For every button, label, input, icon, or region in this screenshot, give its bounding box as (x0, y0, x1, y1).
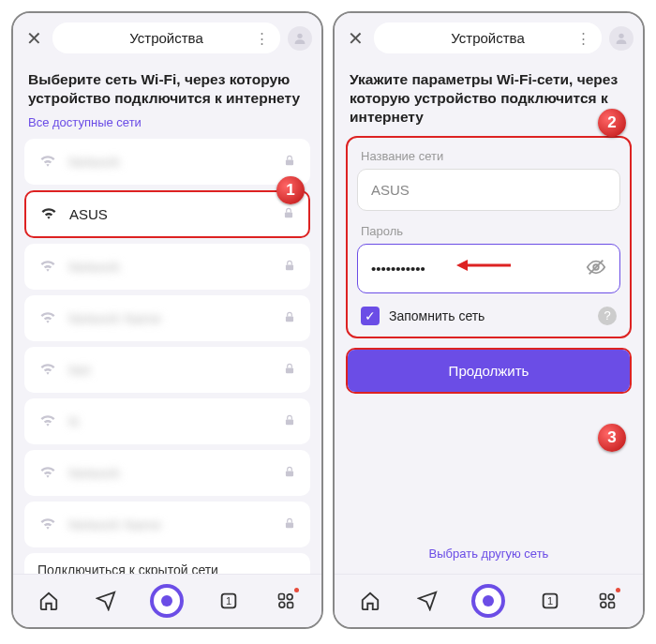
badge-3: 3 (598, 424, 626, 452)
avatar[interactable] (288, 26, 312, 51)
eye-off-icon[interactable] (586, 257, 606, 280)
continue-button[interactable]: Продолжить (348, 350, 630, 392)
network-name: Net (68, 362, 272, 378)
wifi-icon (38, 256, 57, 277)
badge-1: 1 (276, 176, 305, 204)
svg-point-12 (279, 602, 285, 607)
network-name-input[interactable]: ASUS (357, 169, 620, 211)
svg-point-0 (297, 33, 302, 37)
avatar[interactable] (609, 26, 634, 51)
svg-point-11 (287, 594, 292, 600)
lock-icon (282, 206, 295, 222)
network-item[interactable]: Network (24, 244, 310, 290)
lock-icon (283, 362, 296, 378)
home-icon[interactable] (358, 589, 382, 613)
network-item[interactable]: N (24, 398, 310, 444)
network-name: Network Name (68, 310, 272, 326)
svg-rect-10 (278, 594, 284, 600)
lock-icon (283, 259, 296, 275)
svg-rect-13 (287, 603, 292, 608)
bottom-nav: 1 (335, 574, 643, 627)
tabs-icon[interactable]: 1 (538, 589, 562, 613)
remember-row: ✓ Запомнить сеть ? (361, 307, 617, 325)
network-item[interactable]: ASUS (24, 190, 310, 238)
wifi-icon (38, 514, 57, 535)
svg-marker-16 (456, 260, 468, 271)
network-item[interactable]: Net (24, 347, 310, 393)
remember-checkbox[interactable]: ✓ (361, 307, 380, 325)
svg-rect-3 (286, 265, 293, 271)
network-name: Network (68, 154, 272, 170)
home-icon[interactable] (37, 589, 61, 613)
continue-wrap: Продолжить (346, 348, 632, 394)
network-list: NetworkASUSNetworkNetwork NameNetNNetwor… (24, 139, 310, 547)
wifi-icon (38, 462, 57, 484)
more-icon[interactable]: ⋮ (255, 30, 269, 47)
svg-point-22 (601, 602, 606, 607)
topbar: ✕ Устройства⋮ (335, 13, 643, 59)
network-item[interactable]: Network (24, 450, 310, 496)
svg-point-21 (608, 594, 614, 600)
svg-rect-20 (600, 594, 605, 600)
page-title: Устройства⋮ (374, 22, 602, 53)
heading: Укажите параметры Wi-Fi-сети, через кото… (350, 70, 628, 127)
topbar: ✕ Устройства⋮ (13, 13, 321, 59)
page-title: Устройства⋮ (52, 22, 280, 53)
svg-rect-1 (286, 160, 293, 166)
svg-rect-2 (285, 213, 292, 218)
network-name: Network (68, 465, 272, 481)
lock-icon (283, 413, 296, 429)
apps-icon[interactable] (274, 589, 298, 613)
wifi-icon (38, 151, 57, 172)
name-label: Название сети (361, 149, 617, 163)
lock-icon (283, 465, 296, 481)
alice-icon[interactable] (150, 584, 184, 618)
lock-icon (283, 517, 296, 532)
close-icon[interactable]: ✕ (344, 27, 366, 50)
phone-left: ✕ Устройства⋮ Выберите сеть Wi-Fi, через… (11, 11, 323, 629)
password-label: Пароль (361, 224, 617, 238)
close-icon[interactable]: ✕ (22, 27, 45, 50)
hidden-network-link[interactable]: Подключиться к скрытой сети (24, 553, 310, 574)
other-network-link[interactable]: Выбрать другую сеть (346, 533, 632, 574)
svg-rect-4 (286, 317, 293, 322)
badge-2: 2 (598, 109, 626, 137)
network-item[interactable]: Network Name (24, 295, 310, 341)
network-name: N (68, 413, 272, 429)
password-value: ••••••••••• (371, 261, 425, 277)
network-name: Network Name (68, 517, 272, 532)
svg-rect-5 (286, 368, 293, 374)
svg-rect-8 (286, 523, 293, 529)
wifi-icon (39, 203, 58, 225)
bottom-nav: 1 (13, 574, 321, 627)
network-name: ASUS (69, 206, 271, 222)
svg-rect-7 (286, 472, 293, 477)
tabs-icon[interactable]: 1 (216, 589, 241, 613)
wifi-icon (38, 359, 57, 381)
heading: Выберите сеть Wi-Fi, через которую устро… (28, 70, 306, 108)
lock-icon (283, 310, 296, 326)
network-item[interactable]: Network (24, 139, 310, 185)
more-icon[interactable]: ⋮ (576, 30, 590, 47)
svg-rect-23 (608, 603, 614, 608)
svg-rect-6 (286, 420, 293, 426)
password-input[interactable]: ••••••••••• (357, 244, 620, 293)
all-networks-link[interactable]: Все доступные сети (28, 115, 306, 129)
help-icon[interactable]: ? (598, 307, 617, 325)
lock-icon (283, 154, 296, 170)
remember-label: Запомнить сеть (389, 308, 485, 323)
apps-icon[interactable] (595, 589, 619, 613)
wifi-icon (38, 307, 57, 329)
send-icon[interactable] (415, 589, 440, 613)
arrow-icon (456, 256, 513, 275)
send-icon[interactable] (94, 589, 118, 613)
wifi-form: Название сети ASUS Пароль ••••••••••• ✓ … (346, 136, 632, 338)
phone-right: ✕ Устройства⋮ Укажите параметры Wi-Fi-се… (333, 11, 645, 629)
alice-icon[interactable] (471, 584, 505, 618)
content-left: Выберите сеть Wi-Fi, через которую устро… (13, 59, 321, 574)
svg-point-14 (619, 33, 623, 37)
network-item[interactable]: Network Name (24, 502, 310, 547)
network-name: Network (68, 259, 272, 275)
content-right: Укажите параметры Wi-Fi-сети, через кото… (335, 59, 643, 574)
wifi-icon (38, 411, 57, 432)
